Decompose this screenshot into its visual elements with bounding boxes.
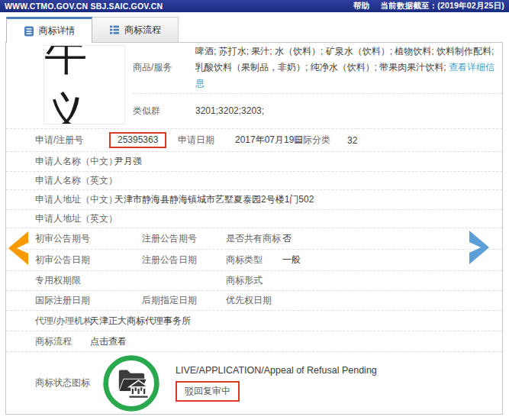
top-gov-bar: WWW.CTMO.GOV.CN SBJ.SAIC.GOV.CN 帮助 当前数据截… — [0, 0, 509, 12]
first-notice-no-label: 初审公告期号 — [35, 232, 142, 245]
mark-type-label: 商标类型 — [226, 254, 282, 267]
first-notice-date-label: 初审公告日期 — [35, 254, 142, 267]
reg-no-label: 申请/注册号 — [35, 134, 109, 147]
tab-trademark-process[interactable]: 商标流程 — [92, 17, 179, 43]
similar-group-value: 3201;3202;3203; — [195, 103, 502, 119]
mark-form-label: 商标形式 — [226, 274, 282, 287]
applicant-name-cn-label: 申请人名称（中文） — [35, 155, 114, 168]
process-click-view-link[interactable]: 点击查看 — [90, 335, 127, 348]
is-shared-value: 否 — [282, 232, 292, 245]
intl-class-value: 32 — [347, 135, 357, 146]
intl-class-label: 国际分类 — [294, 134, 347, 147]
notice-date-row: 初审公告日期 注册公告日期 商标类型 一般 — [6, 249, 502, 270]
status-row: 商标状态图标 LIVE/APPLICATIO — [6, 351, 502, 414]
trademark-status-icon — [101, 353, 162, 414]
tab-trademark-details[interactable]: 商标详情 — [6, 17, 92, 43]
applicant-name-en-label: 申请人名称（英文） — [35, 174, 114, 187]
document-icon — [24, 26, 34, 37]
help-link[interactable]: 帮助 — [353, 1, 369, 11]
registration-number-row: 申请/注册号 25395363 申请日期 2017年07月19日 国际分类 32 — [6, 128, 502, 151]
agency-label: 代理/办理机构 — [35, 315, 90, 328]
reg-no-highlight-box: 25395363 — [109, 132, 166, 148]
priority-date-label: 优先权日期 — [226, 294, 282, 307]
app-date-value: 2017年07月19日 — [235, 134, 294, 147]
intl-dates-row: 国际注册日期 后期指定日期 优先权日期 — [6, 290, 502, 310]
reg-notice-date-label: 注册公告日期 — [142, 254, 226, 267]
process-row: 商标流程 点击查看 — [6, 331, 502, 351]
tab-process-label: 商标流程 — [124, 24, 161, 37]
applicant-addr-en-label: 申请人地址（英文） — [35, 212, 114, 225]
trademark-detail-page: WWW.CTMO.GOV.CN SBJ.SAIC.GOV.CN 帮助 当前数据截… — [0, 0, 509, 420]
mark-summary-section: 牛义 商品/服务 啤酒; 苏打水; 果汁; 水（饮料）; 矿泉水（饮料）; 植物… — [6, 43, 502, 128]
process-label: 商标流程 — [35, 335, 90, 348]
reg-notice-no-label: 注册公告期号 — [142, 232, 226, 245]
trademark-image: 牛义 — [43, 45, 125, 124]
status-english-text: LIVE/APPLICATION/Appeal of Refusal Pendi… — [176, 365, 377, 376]
notice-number-row: 初审公告期号 注册公告期号 是否共有商标 否 — [6, 228, 502, 249]
agency-row: 代理/办理机构 天津正大商标代理事务所 — [6, 310, 502, 331]
similar-group-label: 类似群 — [133, 105, 195, 118]
applicant-addr-cn-row: 申请人地址（中文） 天津市静海县静海镇城市艺墅夏泰园2号楼1门502 — [6, 189, 502, 209]
goods-services-label: 商品/服务 — [133, 61, 195, 74]
status-chinese-highlight-box: 驳回复审中 — [176, 381, 240, 402]
detail-panel: 牛义 商品/服务 啤酒; 苏打水; 果汁; 水（饮料）; 矿泉水（饮料）; 植物… — [5, 42, 503, 415]
app-date-label: 申请日期 — [178, 134, 235, 147]
exclusive-period-row: 专用权期限 商标形式 — [6, 270, 502, 290]
applicant-addr-cn-label: 申请人地址（中文） — [35, 193, 114, 206]
applicant-name-cn-value: 尹月强 — [114, 155, 142, 168]
intl-reg-date-label: 国际注册日期 — [35, 294, 142, 307]
site-domains: WWW.CTMO.GOV.CN SBJ.SAIC.GOV.CN — [5, 2, 163, 11]
previous-record-arrow[interactable] — [7, 230, 30, 267]
similar-group-row: 类似群 3201;3202;3203; — [133, 94, 502, 128]
tab-details-label: 商标详情 — [39, 24, 76, 37]
agency-value: 天津正大商标代理事务所 — [90, 315, 191, 328]
tab-bar: 商标详情 商标流程 — [6, 17, 179, 43]
is-shared-label: 是否共有商标 — [226, 232, 282, 245]
next-record-arrow[interactable] — [468, 229, 491, 266]
status-icon-label: 商标状态图标 — [35, 376, 105, 389]
later-designation-date-label: 后期指定日期 — [142, 294, 226, 307]
applicant-addr-en-row: 申请人地址（英文） — [6, 209, 502, 228]
list-icon — [109, 24, 120, 35]
applicant-addr-cn-value: 天津市静海县静海镇城市艺墅夏泰园2号楼1门502 — [114, 193, 314, 206]
exclusive-period-label: 专用权期限 — [35, 274, 226, 287]
mark-type-value: 一般 — [282, 254, 301, 267]
applicant-name-en-row: 申请人名称（英文） — [6, 171, 502, 189]
data-date-label: 当前数据截至：(2019年02月25日) — [380, 1, 504, 11]
goods-services-row: 商品/服务 啤酒; 苏打水; 果汁; 水（饮料）; 矿泉水（饮料）; 植物饮料;… — [133, 43, 502, 94]
applicant-name-cn-row: 申请人名称（中文） 尹月强 — [6, 151, 502, 171]
